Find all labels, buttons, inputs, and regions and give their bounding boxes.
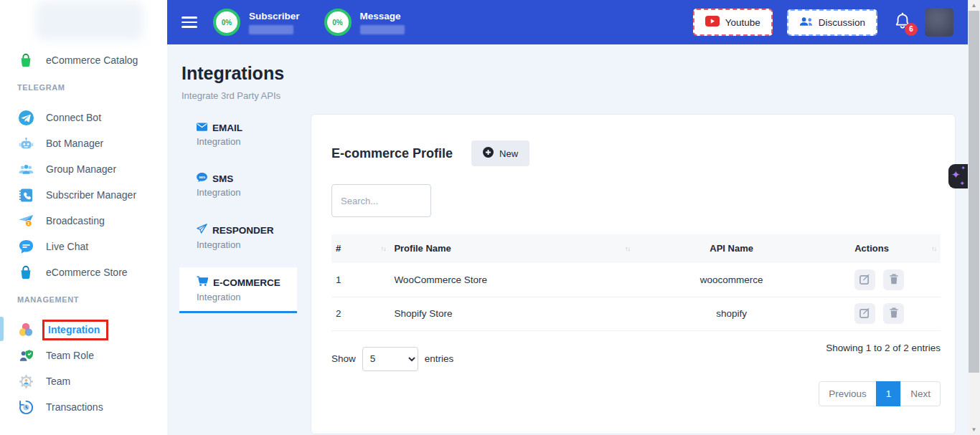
page-1-button[interactable]: 1 xyxy=(876,381,902,406)
column-header-actions[interactable]: Actions↑↓ xyxy=(829,234,941,263)
previous-page-button[interactable]: Previous xyxy=(819,381,877,406)
app-logo xyxy=(36,1,143,40)
notifications-button[interactable]: 6 xyxy=(895,12,910,33)
actions-cell xyxy=(829,297,941,330)
entries-label: entries xyxy=(425,353,454,364)
sidebar: eCommerce Catalog TELEGRAM Connect Bot B… xyxy=(0,0,167,435)
tab-title: E-COMMERCE xyxy=(213,277,281,288)
api-name-cell: woocommerce xyxy=(634,263,829,297)
vertical-scrollbar[interactable]: ▲ ▼ xyxy=(968,0,980,435)
scrollbar-thumb[interactable] xyxy=(969,11,979,373)
ai-assistant-button[interactable]: ✦ ✦ ✦ xyxy=(948,164,968,188)
delete-button[interactable] xyxy=(883,303,904,324)
tab-subtitle: Integration xyxy=(197,239,297,250)
sidebar-item-label: Team Role xyxy=(46,350,94,361)
sidebar-item-transactions[interactable]: Transactions xyxy=(0,394,167,420)
sidebar-item-team[interactable]: Team xyxy=(0,368,167,394)
youtube-button[interactable]: Youtube xyxy=(693,9,773,36)
showing-entries-text: Showing 1 to 2 of 2 entries xyxy=(826,343,941,353)
sidebar-item-label: eCommerce Store xyxy=(46,267,128,278)
discussion-button-label: Discussion xyxy=(819,17,865,28)
shopping-bag-green-icon xyxy=(17,52,34,69)
clock-history-icon xyxy=(17,398,34,416)
discussion-button[interactable]: Discussion xyxy=(787,9,877,36)
tab-sms-integration[interactable]: SMS SMS Integration xyxy=(179,164,297,206)
person-shield-icon xyxy=(17,347,34,364)
actions-cell xyxy=(829,263,941,297)
scroll-up-arrow-icon[interactable]: ▲ xyxy=(968,0,980,11)
column-header-profile-name[interactable]: Profile Name↑↓ xyxy=(390,234,634,263)
sidebar-item-group-manager[interactable]: Group Manager xyxy=(0,156,167,182)
column-header-api-name[interactable]: API Name xyxy=(634,234,829,263)
svg-text:SMS: SMS xyxy=(199,176,205,179)
new-profile-button[interactable]: New xyxy=(471,140,529,166)
show-label: Show xyxy=(331,353,356,364)
tab-subtitle: Integration xyxy=(197,292,297,302)
send-plane-icon xyxy=(197,224,207,236)
sidebar-item-connect-bot[interactable]: Connect Bot xyxy=(0,105,167,130)
topbar: 0% Subscriber 0% Message Youtube Discuss… xyxy=(167,0,968,44)
sparkle-small-icon: ✦ xyxy=(959,180,965,187)
delete-button[interactable] xyxy=(883,269,904,290)
column-header-num[interactable]: #↑↓ xyxy=(331,234,390,263)
sidebar-item-integration[interactable]: Integration xyxy=(0,317,167,343)
table-row: 1 WooCommerce Store woocommerce xyxy=(331,263,941,297)
card-title: E-commerce Profile xyxy=(331,146,453,161)
sort-icon: ↑↓ xyxy=(931,245,936,252)
active-item-indicator xyxy=(0,317,4,341)
tab-title: SMS xyxy=(212,173,233,184)
tab-subtitle: Integration xyxy=(197,136,297,147)
tab-subtitle: Integration xyxy=(197,187,297,198)
sparkle-small-icon: ✦ xyxy=(961,165,966,171)
page-size-select[interactable]: 5 xyxy=(362,347,418,371)
color-circles-icon xyxy=(17,321,34,338)
edit-button[interactable] xyxy=(854,269,875,290)
red-annotation-box: Integration xyxy=(42,320,108,340)
sort-icon: ↑↓ xyxy=(625,245,630,252)
sidebar-item-subscriber-manager[interactable]: Subscriber Manager xyxy=(0,182,167,208)
edit-button[interactable] xyxy=(854,303,875,324)
sidebar-item-broadcasting[interactable]: 1 Broadcasting xyxy=(0,208,167,234)
sidebar-item-label: Transactions xyxy=(46,401,103,413)
scroll-down-arrow-icon[interactable]: ▼ xyxy=(968,424,980,435)
pagination: Previous 1 Next xyxy=(331,381,941,406)
next-page-button[interactable]: Next xyxy=(900,381,941,406)
chat-bubble-icon xyxy=(17,238,34,255)
user-avatar[interactable] xyxy=(925,8,953,37)
hamburger-menu-icon[interactable] xyxy=(182,16,197,28)
contact-book-icon xyxy=(17,186,34,204)
sidebar-item-ecommerce-catalog[interactable]: eCommerce Catalog xyxy=(0,47,167,73)
sidebar-item-live-chat[interactable]: Live Chat xyxy=(0,234,167,259)
api-name-cell: shopify xyxy=(634,297,829,330)
profile-name-cell: Shopify Store xyxy=(390,297,634,330)
table-row: 2 Shopify Store shopify xyxy=(331,297,941,330)
sms-bubble-icon: SMS xyxy=(197,173,207,184)
row-number: 1 xyxy=(331,263,390,297)
tab-responder-integration[interactable]: RESPONDER Integration xyxy=(179,215,297,259)
youtube-icon xyxy=(705,16,720,29)
sidebar-item-ecommerce-store[interactable]: eCommerce Store xyxy=(0,259,167,285)
sidebar-item-label: Connect Bot xyxy=(46,112,101,123)
sidebar-item-label: eCommerce Catalog xyxy=(46,54,138,66)
notification-count-badge: 6 xyxy=(905,23,918,36)
tab-ecommerce-integration[interactable]: E-COMMERCE Integration xyxy=(179,267,297,313)
ecommerce-profile-card: E-commerce Profile New #↑↓ xyxy=(311,114,956,434)
subscriber-stat-value-blurred xyxy=(249,25,293,34)
sidebar-item-bot-manager[interactable]: Bot Manager xyxy=(0,130,167,156)
paper-plane-icon: 1 xyxy=(17,212,34,229)
sidebar-item-team-role[interactable]: Team Role xyxy=(0,343,167,368)
subscriber-progress-ring: 0% xyxy=(213,9,240,36)
integration-subnav: EMAIL Integration SMS SMS Integration xyxy=(179,114,297,434)
envelope-icon xyxy=(197,123,207,133)
sidebar-item-label: Live Chat xyxy=(46,241,88,252)
users-icon xyxy=(799,16,813,29)
tab-email-integration[interactable]: EMAIL Integration xyxy=(179,114,297,156)
new-button-label: New xyxy=(499,148,518,159)
plus-circle-icon xyxy=(483,147,494,160)
search-input[interactable] xyxy=(331,184,431,217)
robot-icon xyxy=(17,135,34,152)
cart-icon xyxy=(197,276,208,289)
sidebar-section-telegram: TELEGRAM xyxy=(0,83,167,95)
sidebar-section-management: MANAGEMENT xyxy=(0,295,167,307)
page-title: Integrations xyxy=(182,63,968,84)
